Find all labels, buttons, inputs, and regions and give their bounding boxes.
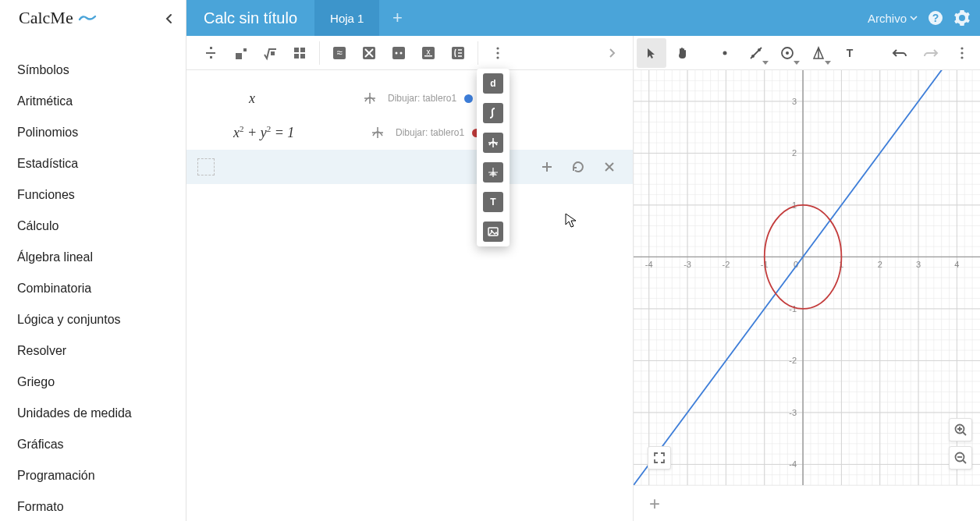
plot-icon: [366, 126, 389, 140]
svg-text:?: ?: [932, 12, 939, 24]
sidebar-item-logica[interactable]: Lógica y conjuntos: [17, 304, 186, 335]
expression-refresh-button[interactable]: [570, 159, 586, 175]
color-dot-1[interactable]: [464, 94, 473, 103]
sidebar-item-unidades[interactable]: Unidades de medida: [17, 398, 186, 429]
svg-point-23: [496, 51, 499, 54]
cursor-icon: [565, 213, 577, 232]
svg-rect-10: [294, 54, 299, 58]
expression-math-2: x2 + y2 = 1: [233, 124, 343, 141]
conic-tool[interactable]: [804, 38, 833, 68]
text-tool[interactable]: T: [835, 38, 865, 68]
sidebar-item-griego[interactable]: Griego: [17, 367, 186, 398]
popup-region-button[interactable]: [483, 162, 503, 183]
sidebar-collapse-button[interactable]: [161, 11, 176, 27]
sidebar-item-resolver[interactable]: Resolver: [17, 335, 186, 367]
zoom-in-button[interactable]: [949, 418, 972, 441]
sidebar-item-programacion[interactable]: Programación: [17, 460, 186, 491]
sheet-tab[interactable]: Hoja 1: [314, 0, 379, 36]
svg-text:4: 4: [954, 260, 959, 269]
forward-button[interactable]: [597, 38, 627, 68]
add-board-button[interactable]: +: [634, 485, 980, 521]
top-bar: Calc sin título Hoja 1 + Archivo ?: [186, 0, 980, 36]
redo-button[interactable]: [916, 38, 946, 68]
sidebar-item-graficas[interactable]: Gráficas: [17, 429, 186, 460]
sidebar-item-funciones[interactable]: Funciones: [17, 179, 186, 211]
sidebar-list: Símbolos Aritmética Polinomios Estadísti…: [0, 36, 186, 521]
sidebar-item-aritmetica[interactable]: Aritmética: [17, 86, 186, 117]
sidebar-item-simbolos[interactable]: Símbolos: [17, 55, 186, 86]
svg-point-29: [723, 51, 727, 55]
svg-line-162: [963, 432, 966, 435]
popup-image-button[interactable]: [483, 222, 503, 242]
undo-button[interactable]: [885, 38, 914, 68]
zoom-out-button[interactable]: [949, 446, 972, 470]
fraction-tool[interactable]: [196, 38, 225, 68]
add-sheet-button[interactable]: +: [379, 0, 415, 36]
expression-row-1[interactable]: x Dibujar: tablero1: [186, 81, 633, 115]
approx-tool[interactable]: ≈: [325, 38, 354, 68]
sidebar-item-polinomios[interactable]: Polinomios: [17, 117, 186, 148]
svg-point-32: [758, 48, 761, 51]
popup-text-button[interactable]: T: [483, 192, 503, 212]
expression-add-button[interactable]: [539, 159, 555, 175]
expression-row-new[interactable]: [186, 150, 633, 184]
matrix-tool[interactable]: [285, 38, 314, 68]
sqrt-tool[interactable]: [255, 38, 285, 68]
file-menu-label: Archivo: [868, 12, 907, 25]
graph-canvas[interactable]: -4-3-2-11234-4-3-2-11230: [634, 70, 980, 485]
graph-more-button[interactable]: [947, 38, 977, 68]
help-button[interactable]: ?: [927, 9, 944, 27]
svg-point-37: [960, 51, 963, 54]
svg-rect-20: [424, 55, 432, 57]
subst-tool[interactable]: x: [414, 38, 443, 68]
svg-rect-11: [300, 54, 305, 58]
sidebar-item-estadistica[interactable]: Estadística: [17, 148, 186, 179]
more-tools-button[interactable]: [483, 38, 513, 68]
settings-button[interactable]: [953, 9, 971, 27]
expression-input-placeholder[interactable]: [197, 158, 215, 175]
svg-point-31: [751, 55, 755, 58]
svg-text:-4: -4: [645, 260, 653, 269]
hand-tool[interactable]: [668, 38, 698, 68]
svg-point-22: [496, 47, 499, 49]
svg-text:-2: -2: [789, 356, 797, 365]
logo-wave-icon: [78, 11, 97, 25]
fullscreen-button[interactable]: [648, 446, 671, 470]
popup-integral-button[interactable]: [483, 103, 503, 123]
sidebar-item-calculo[interactable]: Cálculo: [17, 211, 186, 242]
svg-rect-6: [243, 48, 247, 51]
circle-tool[interactable]: [772, 38, 802, 68]
svg-text:-3: -3: [684, 260, 691, 269]
cases-tool[interactable]: [443, 38, 473, 68]
content-area: ≈ x d T: [186, 36, 980, 521]
svg-text:d: d: [490, 78, 495, 89]
point-tool[interactable]: [710, 38, 740, 68]
svg-text:x: x: [427, 48, 431, 56]
svg-text:T: T: [847, 47, 854, 59]
svg-text:-4: -4: [789, 459, 797, 469]
file-menu[interactable]: Archivo: [868, 12, 918, 25]
svg-point-36: [960, 47, 963, 49]
expression-row-2[interactable]: x2 + y2 = 1 Dibujar: tablero1: [186, 115, 633, 150]
expression-delete-button[interactable]: [602, 159, 617, 175]
sidebar-item-formato[interactable]: Formato: [17, 491, 186, 521]
line-tool[interactable]: [741, 38, 771, 68]
svg-rect-4: [210, 56, 212, 58]
interval-tool[interactable]: [384, 38, 414, 68]
pointer-tool[interactable]: [637, 38, 666, 68]
popup-derivative-button[interactable]: d: [483, 73, 503, 94]
sheet-tab-label: Hoja 1: [330, 12, 364, 25]
sidebar: CalcMe Símbolos Aritmética Polinomios Es…: [0, 0, 186, 521]
graph-svg: -4-3-2-11234-4-3-2-11230: [634, 70, 980, 485]
document-title[interactable]: Calc sin título: [186, 9, 314, 27]
svg-point-17: [400, 51, 403, 54]
plot-icon: [358, 91, 382, 105]
svg-rect-3: [206, 52, 215, 54]
sidebar-item-combinatoria[interactable]: Combinatoria: [17, 273, 186, 304]
svg-point-38: [960, 56, 963, 58]
belongs-tool[interactable]: [354, 38, 384, 68]
svg-rect-15: [392, 47, 405, 59]
popup-plot-button[interactable]: [483, 133, 503, 153]
exponent-tool[interactable]: [225, 38, 255, 68]
sidebar-item-algebra-lineal[interactable]: Álgebra lineal: [17, 242, 186, 273]
